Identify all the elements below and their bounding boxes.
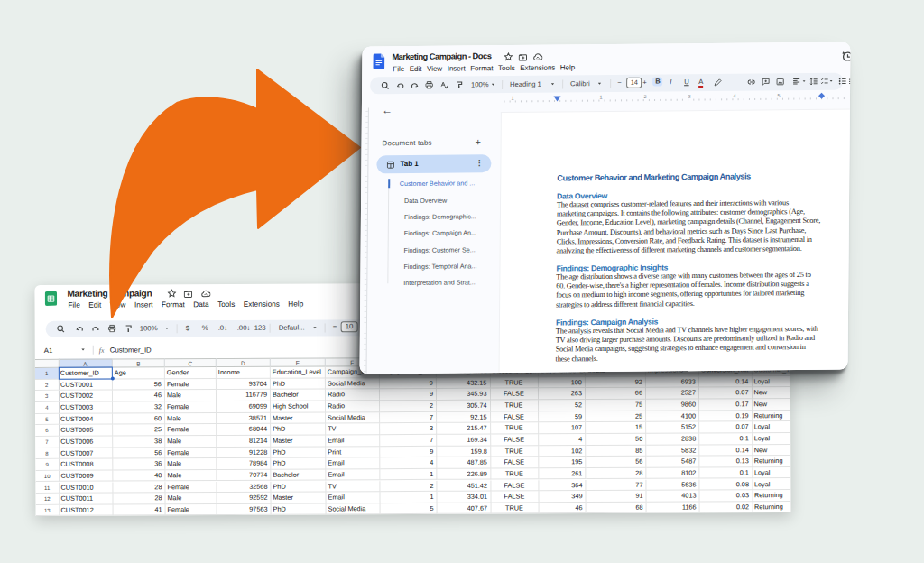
- svg-text:5: 5: [777, 93, 780, 98]
- svg-text:4: 4: [733, 93, 735, 98]
- svg-text:1: 1: [511, 95, 513, 100]
- svg-text:1: 1: [599, 95, 602, 100]
- svg-text:3: 3: [688, 94, 690, 99]
- svg-text:2: 2: [643, 94, 646, 99]
